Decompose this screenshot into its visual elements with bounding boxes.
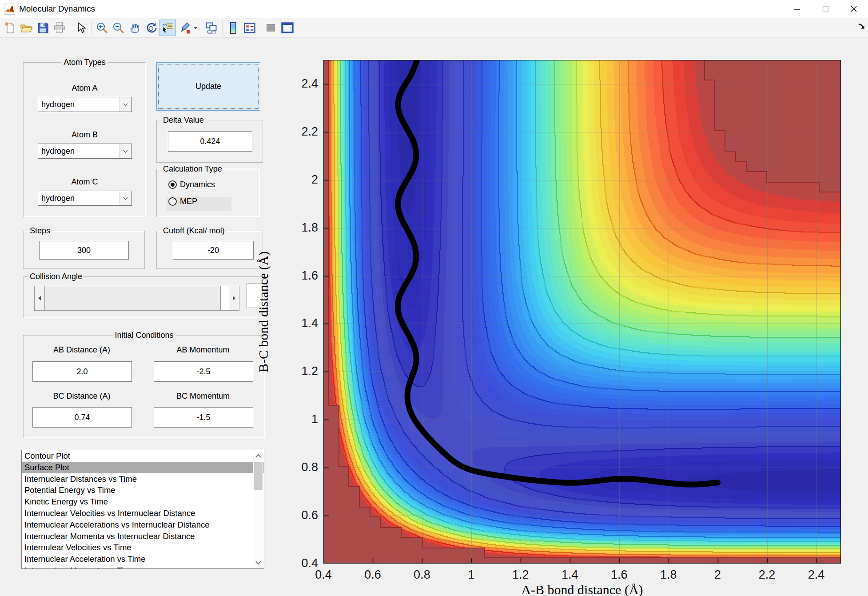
insert-legend-icon (243, 22, 256, 34)
list-item[interactable]: Surface Plot (22, 462, 264, 473)
data-cursor-button[interactable] (159, 20, 176, 36)
atom-b-select[interactable]: hydrogen (38, 144, 132, 159)
x-tick-label: 1.4 (550, 568, 590, 582)
dock-figure-button[interactable] (279, 20, 295, 36)
y-tick-label: 2.4 (283, 77, 318, 91)
slider-thumb[interactable] (45, 286, 221, 310)
bc-momentum-field[interactable]: -1.5 (154, 407, 253, 428)
insert-legend-button[interactable] (241, 20, 258, 36)
rotate-3d-icon (145, 22, 158, 34)
bc-distance-field[interactable]: 0.74 (32, 407, 132, 428)
list-item[interactable]: Internulear Velocities vs Time (22, 542, 264, 553)
list-item[interactable]: Internuclear Velocities vs Internuclear … (22, 508, 264, 519)
update-button[interactable]: Update (156, 62, 260, 111)
steps-field[interactable]: 300 (39, 241, 129, 260)
slider-right-arrow[interactable] (229, 286, 239, 310)
x-axis-label: A-B bond distance (Å) (323, 582, 841, 596)
atom-a-select[interactable]: hydrogen (38, 97, 132, 112)
brush-dropdown-button[interactable] (192, 27, 199, 29)
brush-icon (178, 22, 191, 34)
open-file-icon (20, 22, 33, 34)
y-tick-label: 0.6 (283, 508, 318, 522)
toolbar-overflow-button[interactable] (858, 23, 865, 32)
mep-radio[interactable]: MEP (168, 197, 197, 206)
atom-types-title: Atom Types (61, 58, 108, 67)
y-tick-label: 1 (283, 412, 318, 426)
minimize-button[interactable] (783, 0, 811, 18)
radio-selected-icon (168, 180, 177, 189)
plot-type-listbox[interactable]: Contour PlotSurface PlotInternuclear Dis… (21, 450, 264, 569)
cutoff-title: Cutoff (Kcal/ mol) (161, 226, 227, 236)
link-plots-button[interactable] (203, 20, 220, 36)
disabled-square-icon (265, 23, 276, 33)
list-item[interactable]: Internuclear Distances vs Time (22, 473, 264, 485)
zoom-out-button[interactable] (110, 20, 127, 36)
chevron-down-icon[interactable] (119, 144, 131, 158)
y-tick-label: 1.8 (283, 221, 318, 235)
list-item[interactable]: Internuclear Acceleration vs Time (22, 553, 264, 565)
pan-hand-icon (129, 22, 141, 34)
brush-button[interactable] (176, 20, 192, 36)
toolbar-separator (201, 20, 201, 35)
dynamics-radio[interactable]: Dynamics (168, 180, 215, 189)
slider-track[interactable] (221, 286, 229, 310)
trajectory-overlay-canvas (323, 60, 841, 564)
x-tick-label: 0.8 (402, 568, 442, 582)
delta-value-group: Delta Value 0.424 (156, 120, 263, 163)
pan-button[interactable] (127, 20, 143, 36)
new-file-icon (4, 22, 16, 34)
delta-value-title: Delta Value (161, 116, 206, 125)
ab-distance-label: AB Distance (A) (32, 345, 131, 355)
list-item[interactable]: Internuclear Momenta vs Time (22, 565, 264, 569)
list-item[interactable]: Internuclear Momenta vs Internuclear Dis… (22, 531, 264, 542)
x-tick-label: 2.2 (747, 568, 787, 582)
atom-c-label: Atom C (24, 177, 146, 187)
delta-value-field[interactable]: 0.424 (168, 131, 252, 152)
pes-contour-plot[interactable]: 0.40.60.811.21.41.61.822.22.40.40.60.811… (323, 60, 841, 564)
data-cursor-icon (162, 22, 174, 34)
y-tick-label: 0.8 (283, 460, 318, 474)
save-icon (37, 22, 49, 34)
calculation-type-group: Calculation Type Dynamics MEP (156, 169, 260, 217)
maximize-icon (822, 6, 829, 12)
dock-figure-icon (281, 22, 294, 33)
new-file-button[interactable] (2, 20, 18, 36)
chevron-down-icon[interactable] (119, 97, 131, 112)
ab-distance-field[interactable]: 2.0 (32, 361, 132, 382)
collision-angle-title: Collision Angle (28, 272, 84, 281)
steps-title: Steps (28, 226, 52, 236)
edit-cursor-button[interactable] (72, 20, 89, 36)
zoom-in-button[interactable] (94, 20, 110, 36)
open-file-button[interactable] (18, 20, 35, 36)
close-button[interactable] (840, 0, 868, 18)
window-title: Molecular Dynamics (19, 4, 95, 14)
print-button[interactable] (51, 20, 68, 36)
list-item[interactable]: Potential Energy vs Time (22, 484, 264, 496)
toolbar-separator (222, 20, 223, 35)
atom-b-value: hydrogen (38, 144, 119, 158)
y-tick-label: 1.2 (283, 364, 318, 378)
y-tick-label: 2.2 (283, 125, 318, 139)
ab-momentum-field[interactable]: -2.5 (154, 361, 253, 382)
list-item[interactable]: Kinetic Energy vs Time (22, 496, 264, 508)
insert-colorbar-button[interactable] (225, 20, 241, 36)
atom-b-label: Atom B (24, 130, 146, 140)
save-button[interactable] (35, 20, 51, 36)
atom-types-group: Atom Types Atom A hydrogen Atom B hydrog… (23, 62, 146, 217)
list-item[interactable]: Internuclear Accelerations vs Internucle… (22, 519, 264, 531)
maximize-button[interactable] (811, 0, 840, 18)
cutoff-group: Cutoff (Kcal/ mol) -20 (156, 231, 263, 269)
toolbar-separator (70, 20, 70, 35)
x-tick-label: 1 (451, 568, 491, 582)
atom-c-select[interactable]: hydrogen (38, 191, 132, 206)
y-tick-label: 0.4 (283, 556, 318, 570)
list-item[interactable]: Contour Plot (22, 450, 264, 462)
chevron-down-icon[interactable] (119, 191, 131, 205)
collision-angle-slider[interactable] (34, 286, 239, 311)
y-tick-label: 1.4 (283, 316, 318, 330)
rotate-3d-button[interactable] (143, 20, 159, 36)
slider-left-arrow[interactable] (35, 286, 45, 310)
radio-unselected-icon (168, 197, 177, 206)
y-tick-label: 2 (283, 173, 318, 187)
cutoff-field[interactable]: -20 (173, 241, 254, 260)
